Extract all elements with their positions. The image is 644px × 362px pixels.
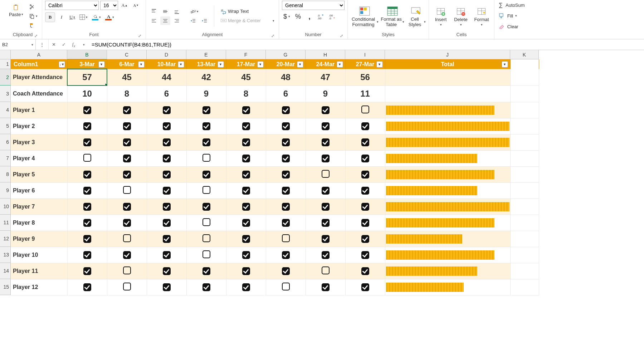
header-cell[interactable]: 24-Mar	[306, 59, 345, 69]
clear-button[interactable]: Clear	[497, 22, 526, 31]
attendance-cell[interactable]	[345, 182, 385, 199]
borders-button[interactable]: ▾	[78, 13, 89, 21]
delete-cells-button[interactable]: Delete▾	[452, 5, 470, 26]
font-name-select[interactable]: Calibri	[45, 1, 99, 10]
checkbox[interactable]	[242, 219, 250, 227]
format-painter-button[interactable]	[27, 21, 37, 30]
attendance-cell[interactable]	[107, 231, 147, 247]
checkbox[interactable]	[203, 122, 210, 130]
cell-styles-button[interactable]: Cell Styles▾	[406, 5, 426, 27]
format-as-table-button[interactable]: Format as Table▾	[381, 5, 404, 27]
checkbox[interactable]	[282, 106, 290, 114]
font-color-button[interactable]: A▾	[104, 13, 116, 21]
checkbox[interactable]	[361, 203, 369, 211]
row-header-11[interactable]: 11	[0, 215, 11, 231]
checkbox[interactable]	[163, 187, 171, 195]
checkbox[interactable]	[282, 187, 290, 195]
checkbox[interactable]	[123, 171, 131, 178]
checkbox[interactable]	[123, 155, 131, 162]
filter-button[interactable]	[337, 61, 343, 68]
attendance-cell[interactable]	[107, 263, 147, 279]
attendance-cell[interactable]	[306, 231, 345, 247]
checkbox[interactable]	[361, 187, 369, 195]
checkbox[interactable]	[163, 219, 171, 227]
attendance-cell[interactable]	[306, 134, 345, 150]
filter-button[interactable]	[59, 61, 65, 68]
increase-indent-button[interactable]	[200, 16, 210, 25]
checkbox[interactable]	[83, 138, 91, 146]
align-right-button[interactable]	[172, 16, 182, 25]
attendance-cell[interactable]	[147, 263, 186, 279]
checkbox[interactable]	[83, 251, 91, 259]
attendance-cell[interactable]	[147, 150, 186, 166]
checkbox[interactable]	[282, 283, 290, 290]
header-cell[interactable]: Column1	[11, 59, 67, 69]
row-header-13[interactable]: 13	[0, 247, 11, 263]
checkbox[interactable]	[322, 235, 330, 243]
checkbox[interactable]	[322, 187, 330, 195]
formula-bar-expand[interactable]: ▾	[79, 43, 89, 47]
checkbox[interactable]	[123, 186, 131, 194]
attendance-cell[interactable]	[107, 118, 147, 134]
attendance-cell[interactable]	[345, 102, 385, 118]
attendance-cell[interactable]	[306, 263, 345, 279]
checkbox[interactable]	[242, 203, 250, 211]
checkbox[interactable]	[282, 155, 290, 162]
underline-button[interactable]: U▾	[68, 13, 77, 21]
column-header-B[interactable]: B	[67, 50, 107, 59]
comma-format-button[interactable]: ,	[304, 12, 314, 21]
increase-font-button[interactable]: A▲	[119, 1, 130, 10]
checkbox[interactable]	[203, 154, 210, 162]
checkbox[interactable]	[282, 138, 290, 146]
attendance-cell[interactable]	[345, 134, 385, 150]
bold-button[interactable]: B	[45, 12, 55, 22]
filter-button[interactable]	[376, 61, 383, 68]
header-cell[interactable]: 20-Mar	[266, 59, 306, 69]
checkbox[interactable]	[123, 203, 131, 211]
decrease-decimal-button[interactable]: .00.0	[327, 12, 337, 21]
attendance-cell[interactable]	[266, 102, 306, 118]
column-header-I[interactable]: I	[345, 50, 385, 59]
checkbox[interactable]	[83, 106, 91, 114]
align-middle-button[interactable]	[160, 7, 170, 16]
decrease-font-button[interactable]: A▼	[131, 1, 141, 10]
checkbox[interactable]	[242, 155, 250, 162]
row-header-1[interactable]: 1	[0, 59, 11, 69]
select-all-corner[interactable]	[0, 50, 11, 59]
attendance-cell[interactable]	[266, 199, 306, 215]
filter-button[interactable]	[218, 61, 224, 68]
attendance-cell[interactable]	[186, 231, 226, 247]
accounting-format-button[interactable]: $▾	[282, 12, 292, 21]
attendance-cell[interactable]	[306, 279, 345, 295]
column-header-G[interactable]: G	[266, 50, 306, 59]
attendance-cell[interactable]	[147, 231, 186, 247]
checkbox[interactable]	[83, 203, 91, 211]
checkbox[interactable]	[203, 250, 210, 258]
attendance-cell[interactable]	[266, 263, 306, 279]
column-header-C[interactable]: C	[107, 50, 147, 59]
header-cell[interactable]: 17-Mar	[226, 59, 266, 69]
attendance-cell[interactable]	[266, 279, 306, 295]
attendance-cell[interactable]	[107, 102, 147, 118]
attendance-cell[interactable]	[147, 215, 186, 231]
checkbox[interactable]	[282, 234, 290, 242]
checkbox[interactable]	[282, 171, 290, 178]
checkbox[interactable]	[242, 187, 250, 195]
attendance-cell[interactable]	[107, 247, 147, 263]
attendance-cell[interactable]	[226, 215, 266, 231]
checkbox[interactable]	[361, 106, 369, 113]
attendance-cell[interactable]	[186, 263, 226, 279]
attendance-cell[interactable]	[67, 166, 107, 182]
checkbox[interactable]	[123, 251, 131, 259]
row-header-7[interactable]: 7	[0, 150, 11, 166]
italic-button[interactable]: I	[57, 13, 67, 21]
attendance-cell[interactable]	[186, 134, 226, 150]
checkbox[interactable]	[83, 219, 91, 227]
checkbox[interactable]	[242, 106, 250, 114]
filter-button[interactable]	[297, 61, 303, 68]
filter-button[interactable]	[502, 61, 508, 68]
attendance-cell[interactable]	[306, 182, 345, 199]
attendance-cell[interactable]	[266, 231, 306, 247]
row-header-10[interactable]: 10	[0, 199, 11, 215]
align-top-button[interactable]	[149, 7, 159, 16]
